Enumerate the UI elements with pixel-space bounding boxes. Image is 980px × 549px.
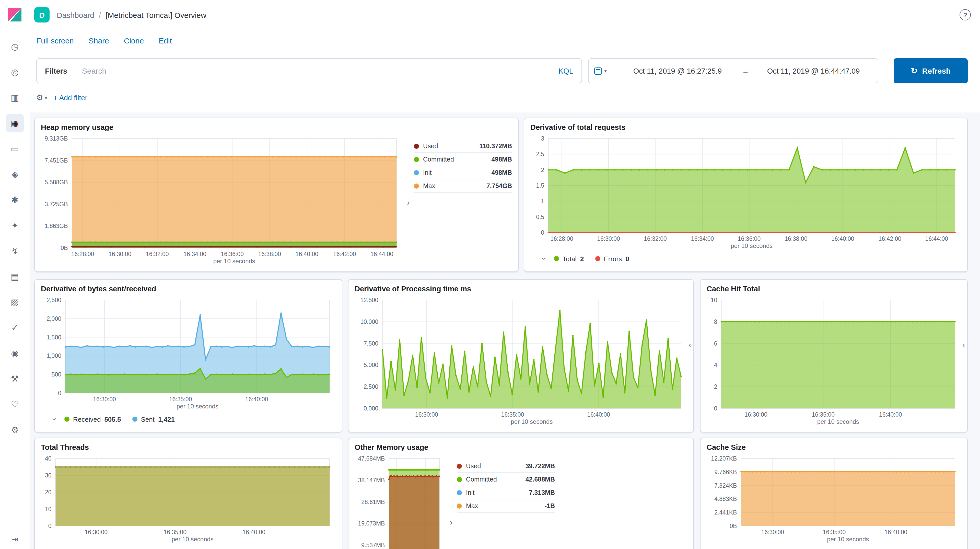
sidebar-item-dashboard[interactable]: ▦ [6,114,24,132]
menu-full-screen[interactable]: Full screen [36,36,74,45]
query-bar: Filters KQL [36,58,582,83]
legend-value: 0 [625,255,629,262]
menu-clone[interactable]: Clone [124,36,144,45]
other-memory-chart[interactable]: 0B9.537MB19.073MB28.61MB38.147MB47.684MB… [355,453,445,549]
graph-icon: ✦ [11,220,19,231]
legend-value: 42.688MB [525,476,555,483]
sidebar-item-apm[interactable]: ↯ [6,242,24,260]
dashboard-icon: ▦ [11,118,19,129]
legend-label: Init [423,169,431,176]
legend-item[interactable]: Received505.5 [64,415,121,423]
legend-row[interactable]: Init7.313MB [457,486,555,500]
svg-text:16:30:00: 16:30:00 [108,251,132,257]
legend-row[interactable]: Committed498MB [414,153,512,166]
svg-text:5.588GB: 5.588GB [45,179,68,185]
legend-collapse-chevron-icon[interactable]: › [402,140,414,267]
legend-collapse-chevron-icon[interactable]: › [538,253,550,264]
svg-text:16:30:00: 16:30:00 [745,411,767,418]
calendar-button[interactable]: ▾ [589,59,613,83]
space-avatar[interactable]: D [34,7,49,22]
heap-memory-chart[interactable]: 0B1.863GB3.725GB5.588GB7.451GB9.313GB16:… [41,133,402,267]
series-color-dot [132,417,137,422]
legend-item[interactable]: Sent1,421 [132,415,175,423]
legend-row[interactable]: Max-1B [457,500,555,513]
date-picker: ▾ Oct 11, 2019 @ 16:27:25.9 → Oct 11, 20… [588,58,878,83]
legend-label: Total [563,255,577,262]
legend-table: Used110.372MBCommitted498MBInit498MBMax7… [414,140,512,267]
search-input[interactable] [76,67,550,75]
legend-item[interactable]: Total2 [554,255,584,262]
sidebar-item-metrics[interactable]: ▨ [6,293,24,311]
total-threads-chart[interactable]: 01020304016:30:0016:35:0016:40:00per 10 … [41,453,336,544]
legend-value: 498MB [491,169,512,176]
total-requests-chart[interactable]: 00.511.522.5316:28:0016:30:0016:32:0016:… [530,133,961,251]
sidebar-item-maps[interactable]: ◈ [6,165,24,184]
management-icon: ⚙ [11,425,19,435]
bytes-sent-received-chart[interactable]: 05001,0001,5002,0002,50016:30:0016:35:00… [41,295,336,412]
menu-share[interactable]: Share [89,36,109,45]
sidebar-item-graph[interactable]: ✦ [6,216,24,235]
svg-text:per 10 seconds: per 10 seconds [817,418,859,425]
sidebar-item-siem[interactable]: ◉ [6,344,24,362]
refresh-button[interactable]: ↻ Refresh [894,58,968,83]
svg-text:7.500: 7.500 [364,340,379,347]
svg-text:19.073MB: 19.073MB [358,520,385,527]
sidebar-item-logs[interactable]: ▤ [6,267,24,286]
svg-text:30: 30 [45,472,52,479]
processing-time-chart[interactable]: 0.0002.5005.0007.50010.00012.50016:30:00… [355,295,687,427]
end-date-button[interactable]: Oct 11, 2019 @ 16:44:47.09 [749,67,878,75]
sidebar-item-stack-monitoring[interactable]: ♡ [6,395,24,413]
legend-collapse-chevron-icon[interactable]: › [49,413,61,425]
breadcrumb-dashboard[interactable]: Dashboard [57,11,94,19]
legend-row[interactable]: Used110.372MB [414,140,512,153]
series-color-dot [414,170,419,175]
sidebar: ◷◎▥▦▭◈✱✦↯▤▨✓◉⚒♡⚙ ⇥ [0,0,30,549]
sidebar-item-machine-learning[interactable]: ✱ [6,191,24,209]
legend-row[interactable]: Committed42.688MB [457,473,555,486]
sidebar-item-uptime[interactable]: ✓ [6,318,24,337]
kql-button[interactable]: KQL [550,67,581,75]
legend-item[interactable]: Errors0 [595,255,629,262]
add-filter-button[interactable]: + Add filter [53,94,88,102]
svg-text:16:28:00: 16:28:00 [71,251,94,257]
legend-row[interactable]: Used39.722MB [457,460,555,473]
sidebar-item-visualize[interactable]: ▥ [6,88,24,107]
legend-collapse-chevron-icon[interactable]: › [445,460,457,549]
sidebar-item-canvas[interactable]: ▭ [6,140,24,158]
legend-value: -1B [545,502,555,509]
svg-text:0B: 0B [60,244,68,251]
cache-size-chart[interactable]: 0B2.441KB4.883KB7.324KB9.766KB12.207KB16… [706,453,961,544]
start-date-button[interactable]: Oct 11, 2019 @ 16:27:25.9 [613,67,742,75]
sidebar-item-recently-viewed[interactable]: ◷ [6,37,24,56]
series-color-dot [414,183,419,188]
legend-row[interactable]: Init498MB [414,166,512,179]
discover-icon: ◎ [11,67,19,77]
visualize-icon: ▥ [11,92,19,103]
filters-button[interactable]: Filters [37,59,76,83]
cache-hit-chart[interactable]: 024681016:30:0016:35:0016:40:00per 10 se… [706,295,961,427]
legend-expand-chevron-icon[interactable]: ‹ [963,340,965,350]
svg-text:16:35:00: 16:35:00 [501,411,524,418]
uptime-icon: ✓ [11,322,19,333]
kibana-logo[interactable] [0,0,30,30]
svg-text:28.61MB: 28.61MB [361,499,385,505]
legend-value: 7.313MB [529,489,555,496]
svg-text:16:30:00: 16:30:00 [415,411,438,418]
svg-text:2.5: 2.5 [536,151,544,158]
collapse-nav-button[interactable]: ⇥ [0,535,30,544]
sidebar-item-management[interactable]: ⚙ [6,421,24,439]
menu-edit[interactable]: Edit [159,36,172,45]
legend-label: Errors [604,255,622,262]
series-color-dot [554,256,559,261]
chart-legend: › Used110.372MBCommitted498MBInit498MBMa… [402,140,512,267]
filter-options-button[interactable]: ⚙ ▾ [36,93,47,102]
canvas-icon: ▭ [11,144,19,154]
gear-icon: ⚙ [36,93,43,102]
help-button[interactable]: ? [959,9,971,21]
legend-expand-chevron-icon[interactable]: ‹ [689,340,691,350]
sidebar-item-discover[interactable]: ◎ [6,63,24,81]
legend-row[interactable]: Max7.754GB [414,179,512,193]
svg-text:0: 0 [714,405,718,412]
sidebar-item-dev-tools[interactable]: ⚒ [6,370,24,388]
svg-text:16:40:00: 16:40:00 [242,529,266,535]
